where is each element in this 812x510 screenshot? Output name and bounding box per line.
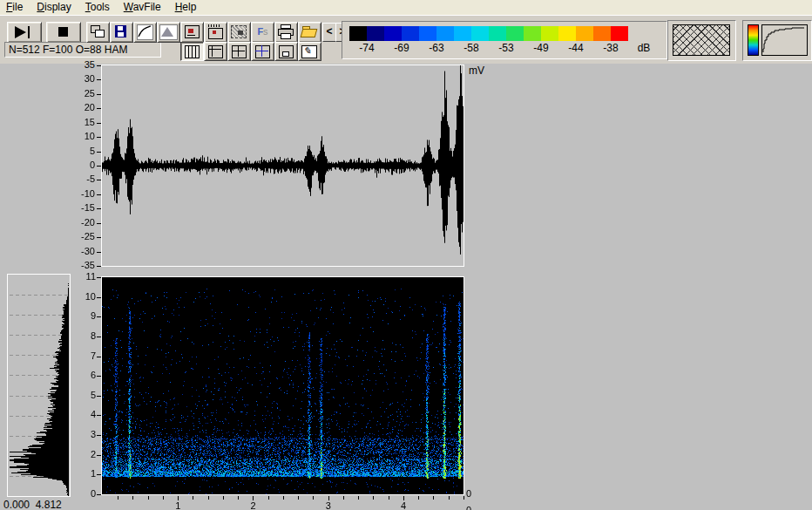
dither-region-button[interactable]: [227, 22, 251, 43]
menu-display-rest: isplay: [44, 1, 71, 13]
menu-tools-rest: ools: [91, 1, 110, 13]
scale-comb-icon: [205, 23, 227, 42]
waveform-y-tick: [97, 266, 101, 267]
waveform-y-tick-label: 15: [71, 117, 95, 127]
menu-bar: File Display Tools WavFile Help: [0, 0, 812, 15]
play-bar-icon: [28, 26, 30, 38]
menu-tools[interactable]: Tools: [79, 0, 118, 15]
waveform-y-tick: [97, 79, 101, 80]
menu-help[interactable]: Help: [169, 0, 205, 15]
waveform-y-tick: [97, 237, 101, 238]
grid-header-button[interactable]: [204, 42, 227, 61]
waveform-y-tick-label: 20: [71, 102, 95, 112]
menu-display[interactable]: Display: [30, 0, 78, 15]
peak-window-button[interactable]: [157, 22, 180, 43]
db-color-block-6: [454, 26, 471, 41]
spectrogram-y-tick: [97, 494, 101, 495]
spectrogram-y-tick-label: 0: [73, 488, 96, 499]
db-color-block-12: [558, 26, 576, 41]
print-icon: [275, 23, 297, 42]
play-button[interactable]: [7, 22, 42, 43]
waveform-plot: [101, 65, 464, 267]
db-color-block-1: [367, 26, 384, 41]
spectrogram-right-label: 0: [466, 505, 475, 510]
spectrogram-x-tick: [283, 496, 284, 500]
grid-columns-icon: [181, 43, 203, 60]
prev-button[interactable]: <: [322, 23, 336, 42]
spectrogram-y-tick: [97, 297, 101, 298]
edit-button[interactable]: ✎: [298, 42, 321, 61]
menu-wavfile[interactable]: WavFile: [118, 0, 169, 15]
waveform-y-tick-label: 35: [71, 59, 95, 70]
db-color-block-13: [576, 26, 593, 41]
waveform-y-tick-label: 5: [71, 146, 95, 156]
spectrogram-x-tick-label: 1: [173, 500, 182, 510]
waveform-y-tick-label: -10: [71, 188, 95, 199]
spectrogram-x-tick-label: 3: [324, 500, 333, 510]
inner-box-icon: [275, 43, 297, 60]
db-color-block-15: [611, 26, 628, 41]
waveform-y-tick: [97, 152, 101, 153]
waveform-y-tick: [97, 208, 101, 209]
gain-curve-button[interactable]: [133, 22, 157, 43]
spectrogram-y-tick: [97, 316, 101, 317]
colorbar-tick-label: -44: [560, 42, 592, 54]
spectrogram-y-tick: [97, 435, 101, 436]
spectrogram-x-tick: [343, 496, 344, 500]
waveform-y-tick-label: -35: [71, 260, 95, 270]
cascade-windows-button[interactable]: [86, 22, 110, 43]
colorbar-tick-label: -63: [421, 42, 452, 54]
average-spectrum-canvas: [8, 275, 70, 496]
sample-rate-button[interactable]: Fs: [251, 22, 274, 43]
inner-box-button[interactable]: [274, 42, 298, 61]
waveform-canvas: [102, 65, 464, 266]
open-file-button[interactable]: [298, 22, 321, 43]
fs-icon: Fs: [252, 23, 274, 42]
waveform-y-tick-label: -15: [71, 202, 95, 213]
colorbar-tick-label: -53: [491, 42, 522, 54]
grid-columns-button[interactable]: [180, 42, 204, 61]
grid-cross-blue-button[interactable]: [251, 42, 274, 61]
fft-status-readout: N=512 F=100 O=88 HAM: [4, 42, 161, 58]
waveform-y-tick-label: -5: [71, 173, 95, 184]
spectrogram-y-tick-label: 7: [73, 350, 96, 361]
fs-icon-s: s: [263, 26, 268, 37]
db-color-block-0: [349, 26, 367, 41]
waveform-y-tick-label: -20: [71, 217, 95, 228]
db-color-block-9: [506, 26, 524, 41]
display-frame-button[interactable]: [180, 22, 204, 43]
waveform-y-tick: [97, 137, 101, 138]
db-unit-label: dB: [632, 42, 656, 54]
menu-file[interactable]: File: [0, 0, 30, 15]
spectrogram-x-tick-label: 4: [399, 500, 408, 510]
waveform-y-tick: [97, 166, 101, 167]
spectrogram-x-tick: [208, 496, 209, 500]
db-color-gradient: [349, 26, 628, 41]
spectrogram-x-tick: [373, 496, 374, 500]
stop-icon: [58, 27, 68, 37]
spectrogram-y-tick-label: 4: [73, 409, 96, 419]
colorbar-tick-label: -74: [351, 42, 382, 54]
print-button[interactable]: [274, 22, 298, 43]
spectrogram-y-tick: [97, 396, 101, 397]
spectrogram-x-tick: [418, 496, 419, 500]
grid-cross-button[interactable]: [227, 42, 251, 61]
menu-help-rest: elp: [182, 1, 196, 13]
spectrogram-y-tick-label: 1: [73, 468, 96, 479]
menu-help-hotkey: H: [175, 1, 183, 13]
menu-wavfile-rest: avFile: [133, 1, 161, 13]
db-color-block-7: [471, 26, 489, 41]
spectrogram-x-tick: [449, 496, 450, 500]
grid-header-icon: [205, 43, 227, 60]
average-spectrum-plot: [7, 274, 71, 497]
save-button[interactable]: [110, 22, 133, 43]
spectrogram-x-tick: [268, 496, 269, 500]
scale-comb-button[interactable]: [204, 22, 227, 43]
waveform-y-tick: [97, 65, 101, 66]
log-curve-icon: [761, 24, 808, 56]
cascade-windows-icon: [87, 23, 109, 42]
stop-button[interactable]: [46, 22, 81, 43]
waveform-y-tick-label: -25: [71, 231, 95, 241]
waveform-y-tick-label: -30: [71, 246, 95, 256]
prev-icon: <: [326, 25, 332, 37]
